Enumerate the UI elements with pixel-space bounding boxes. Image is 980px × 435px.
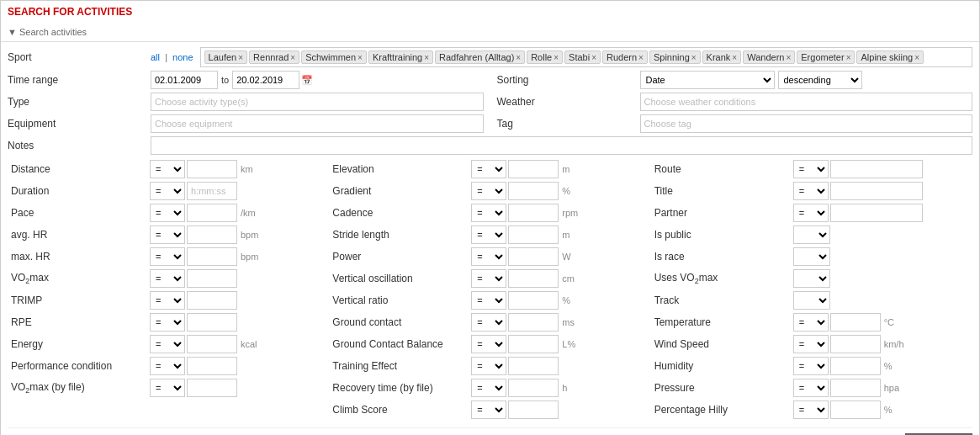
vert-ratio-op[interactable]: =<> xyxy=(471,291,506,310)
trimp-value[interactable] xyxy=(187,291,237,310)
avg-hr-op[interactable]: =<> xyxy=(150,225,185,244)
sport-tag-krank-remove[interactable]: × xyxy=(732,53,737,62)
distance-value[interactable] xyxy=(187,160,237,178)
sport-none-link[interactable]: none xyxy=(172,52,193,62)
tag-input[interactable] xyxy=(640,114,973,133)
weather-input[interactable] xyxy=(640,93,973,111)
sport-tag-ergometer-remove[interactable]: × xyxy=(846,53,851,62)
sport-tag-laufen-remove[interactable]: × xyxy=(238,53,243,62)
sport-tag-schwimmen-remove[interactable]: × xyxy=(358,53,363,62)
ground-contact-value[interactable] xyxy=(508,313,559,332)
sport-tag-radfahren[interactable]: Radfahren (Alltag) × xyxy=(435,50,525,64)
temperature-value[interactable] xyxy=(830,313,881,332)
gcb-value[interactable] xyxy=(508,335,559,353)
elevation-op[interactable]: =<> xyxy=(471,160,506,178)
time-range-to[interactable] xyxy=(232,71,299,89)
perc-hilly-value[interactable] xyxy=(830,401,881,419)
sport-tag-krafttraining[interactable]: Krafttraining × xyxy=(368,50,433,64)
stride-length-op[interactable]: =<> xyxy=(471,225,506,244)
is-race-select[interactable]: yesno xyxy=(793,247,830,266)
sport-tag-radfahren-remove[interactable]: × xyxy=(516,53,521,62)
power-op[interactable]: =<> xyxy=(471,247,506,266)
cadence-op[interactable]: =<> xyxy=(471,204,506,222)
wind-speed-value[interactable] xyxy=(830,335,881,353)
vo2max-value[interactable] xyxy=(187,269,237,288)
notes-input[interactable] xyxy=(151,136,972,155)
vert-osc-op[interactable]: =<> xyxy=(471,269,506,288)
vo2max-op[interactable]: =<> xyxy=(150,269,185,288)
pace-value[interactable] xyxy=(187,204,237,222)
route-op[interactable]: =<> xyxy=(793,160,829,178)
sport-tag-alpine[interactable]: Alpine skiing × xyxy=(856,50,924,64)
pressure-op[interactable]: =<> xyxy=(793,379,829,397)
calendar-icon[interactable]: 📅 xyxy=(301,75,313,86)
title-value[interactable] xyxy=(830,182,923,200)
gcb-op[interactable]: =<> xyxy=(471,335,506,353)
energy-op[interactable]: =<> xyxy=(150,335,185,353)
sport-tag-spinning[interactable]: Spinning × xyxy=(649,50,701,64)
route-value[interactable] xyxy=(830,160,923,178)
sport-all-link[interactable]: all xyxy=(151,52,160,62)
wind-speed-op[interactable]: =<> xyxy=(793,335,829,353)
climb-score-op[interactable]: =<> xyxy=(471,401,506,419)
perc-hilly-op[interactable]: =<> xyxy=(793,401,829,419)
vert-ratio-value[interactable] xyxy=(508,291,559,310)
max-hr-op[interactable]: =<> xyxy=(150,247,185,266)
sport-tag-ergometer[interactable]: Ergometer × xyxy=(797,50,855,64)
avg-hr-value[interactable] xyxy=(187,225,237,244)
rpe-value[interactable] xyxy=(187,313,237,332)
gradient-value[interactable] xyxy=(508,182,559,200)
sport-tag-krafttraining-remove[interactable]: × xyxy=(424,53,429,62)
recovery-time-op[interactable]: =<> xyxy=(471,379,506,397)
humidity-op[interactable]: =<> xyxy=(793,357,829,375)
sport-tag-krank[interactable]: Krank × xyxy=(702,50,742,64)
sport-tag-laufen[interactable]: Laufen × xyxy=(204,50,248,64)
stride-length-value[interactable] xyxy=(508,225,559,244)
uses-vo2max-select[interactable]: yesno xyxy=(793,269,830,288)
training-effect-op[interactable]: =<> xyxy=(471,357,506,375)
equipment-input[interactable] xyxy=(151,114,484,133)
elevation-value[interactable] xyxy=(508,160,559,178)
sorting-select[interactable]: Date Duration Distance xyxy=(640,71,775,89)
rpe-op[interactable]: =<> xyxy=(150,313,185,332)
duration-value[interactable] xyxy=(187,182,237,200)
vert-osc-value[interactable] xyxy=(508,269,559,288)
vo2max-file-value[interactable] xyxy=(187,379,237,397)
sport-tag-stabi-remove[interactable]: × xyxy=(591,53,596,62)
sport-tag-rudern-remove[interactable]: × xyxy=(638,53,644,62)
sport-tag-rudern[interactable]: Rudern × xyxy=(602,50,648,64)
order-select[interactable]: descending ascending xyxy=(778,71,862,89)
climb-score-value[interactable] xyxy=(508,401,559,419)
sport-tag-stabi[interactable]: Stabi × xyxy=(564,50,601,64)
perf-condition-value[interactable] xyxy=(187,357,237,375)
temperature-op[interactable]: =<> xyxy=(793,313,829,332)
sport-tag-rolle[interactable]: Rolle × xyxy=(527,50,563,64)
power-value[interactable] xyxy=(508,247,559,266)
max-hr-value[interactable] xyxy=(187,247,237,266)
sport-tag-rolle-remove[interactable]: × xyxy=(554,53,559,62)
track-select[interactable]: yesno xyxy=(793,291,830,310)
partner-value[interactable] xyxy=(830,204,923,222)
type-input[interactable] xyxy=(151,93,484,111)
pressure-value[interactable] xyxy=(830,379,881,397)
sport-tag-wandern-remove[interactable]: × xyxy=(786,53,791,62)
perf-condition-op[interactable]: =<> xyxy=(150,357,185,375)
humidity-value[interactable] xyxy=(830,357,881,375)
sport-tag-rennrad-remove[interactable]: × xyxy=(290,53,295,62)
sport-tag-rennrad[interactable]: Rennrad × xyxy=(249,50,299,64)
time-range-from[interactable] xyxy=(151,71,218,89)
sport-tag-wandern[interactable]: Wandern × xyxy=(743,50,795,64)
sport-tag-schwimmen[interactable]: Schwimmen × xyxy=(301,50,367,64)
cadence-value[interactable] xyxy=(508,204,559,222)
distance-op[interactable]: =<> xyxy=(150,160,185,178)
gradient-op[interactable]: =<> xyxy=(471,182,506,200)
trimp-op[interactable]: =<> xyxy=(150,291,185,310)
sport-tag-alpine-remove[interactable]: × xyxy=(914,53,919,62)
is-public-select[interactable]: yesno xyxy=(793,225,830,244)
training-effect-value[interactable] xyxy=(508,357,559,375)
pace-op[interactable]: =<> xyxy=(150,204,185,222)
sport-tag-spinning-remove[interactable]: × xyxy=(691,53,697,62)
duration-op[interactable]: =<> xyxy=(150,182,185,200)
vo2max-file-op[interactable]: =<> xyxy=(150,379,185,397)
partner-op[interactable]: =<> xyxy=(793,204,829,222)
